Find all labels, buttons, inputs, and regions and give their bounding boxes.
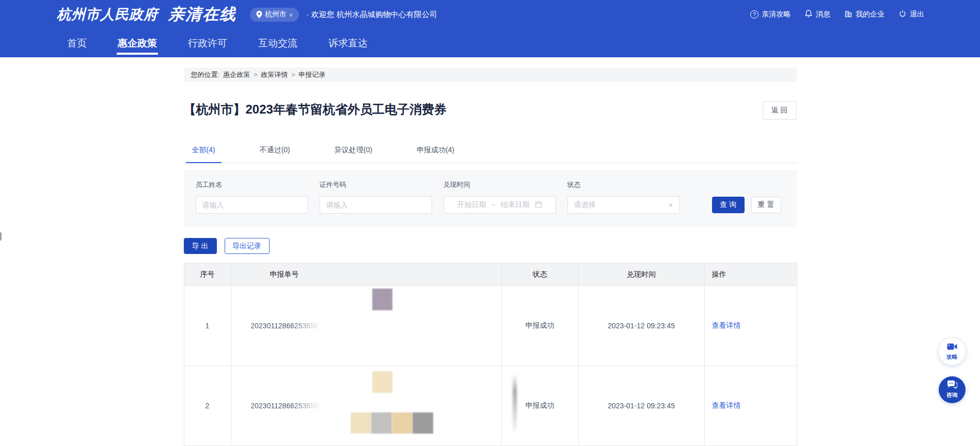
cell-order-no: 2023011286625365633 [231,366,501,446]
filter-actions: 查 询 重 置 [712,180,781,214]
table-row: 2 2023011286625365633 申报成功 2023-01-12 09… [184,366,797,446]
breadcrumb-separator: > [291,71,295,78]
tab-rejected[interactable]: 不通过(0) [254,146,296,163]
redaction-block [351,412,371,434]
breadcrumb: 您的位置: 惠企政策 > 政策详情 > 申报记录 [184,68,797,82]
export-button[interactable]: 导 出 [184,238,217,254]
breadcrumb-prefix: 您的位置: [191,70,220,79]
status-select[interactable]: 请选择 ∨ [567,196,680,214]
building-icon [844,9,852,20]
nav-item-enterprise-policy[interactable]: 惠企政策 [118,29,157,57]
consult-float-button[interactable]: 咨询 [939,376,966,403]
redeem-time-label: 兑现时间 [444,180,556,189]
page-head: 【杭州市】2023年春节留杭省外员工电子消费券 返 回 [184,101,797,120]
guide-link-label: 亲清攻略 [762,10,791,19]
breadcrumb-item-current: 申报记录 [298,70,325,79]
edge-artifact [0,232,2,241]
order-no-text: 2023011286625365677 [251,322,327,330]
export-records-button[interactable]: 导出记录 [225,238,270,254]
id-number-input[interactable] [320,196,432,214]
nav-item-appeal[interactable]: 诉求直达 [328,29,368,57]
guide-float-label: 攻略 [946,353,958,361]
date-range-picker[interactable]: 开始日期 ~ 结束日期 [444,196,556,214]
gov-logo: 杭州市人民政府 [57,5,158,24]
calendar-icon [535,201,542,210]
col-header-action: 操作 [704,263,797,286]
employee-name-label: 员工姓名 [196,180,308,189]
start-date-placeholder: 开始日期 [457,200,486,210]
table-row: 1 2023011286625365677 申报成功 2023-01-12 09… [184,286,797,366]
brand-logo: 亲清在线 [168,4,236,25]
tab-objection[interactable]: 异议处理(0) [328,146,378,163]
messages-link-label: 消息 [816,10,830,19]
redaction-block [392,412,413,434]
filter-panel: 员工姓名 证件号码 兑现时间 开始日期 ~ 结束日期 状态 请选择 ∨ [184,170,797,227]
guide-float-button[interactable]: 攻略 [939,338,966,365]
nav-item-interaction[interactable]: 互动交流 [258,29,297,57]
header-top-bar: 杭州市人民政府 亲清在线 杭州市 ∨ · 欢迎您 杭州水晶城购物中心有限公司 ?… [0,0,980,29]
cell-seq: 1 [184,286,231,366]
id-number-field: 证件号码 [320,180,432,214]
tab-all[interactable]: 全部(4) [186,146,222,163]
col-header-order-no: 申报单号 [231,263,501,286]
nav-item-admin-permit[interactable]: 行政许可 [188,29,227,57]
order-no-text: 2023011286625365633 [251,402,327,410]
status-tabs: 全部(4) 不通过(0) 异议处理(0) 申报成功(4) [184,146,797,163]
view-detail-link[interactable]: 查看详情 [712,401,741,409]
redaction-block [371,412,392,434]
back-button[interactable]: 返 回 [763,101,797,120]
chat-icon [947,380,957,391]
tab-success[interactable]: 申报成功(4) [410,146,461,163]
cell-seq: 2 [184,366,231,446]
date-range-separator: ~ [491,201,495,209]
employee-name-input[interactable] [196,196,308,214]
status-label: 状态 [567,180,680,189]
messages-link[interactable]: 消息 [804,9,830,20]
site-header: 杭州市人民政府 亲清在线 杭州市 ∨ · 欢迎您 杭州水晶城购物中心有限公司 ?… [0,0,980,57]
records-table: 序号 申报单号 状态 兑现时间 操作 1 2023011286625365677… [184,263,797,446]
search-button[interactable]: 查 询 [712,197,745,213]
cell-redeem-time: 2023-01-12 09:23:45 [578,286,704,366]
main-nav: 首页 惠企政策 行政许可 互动交流 诉求直达 [0,29,980,57]
logout-link-label: 退出 [910,10,924,19]
location-selector[interactable]: 杭州市 ∨ [250,8,299,22]
col-header-status: 状态 [501,263,578,286]
guide-link[interactable]: ? 亲清攻略 [750,10,791,19]
welcome-text: · 欢迎您 杭州水晶城购物中心有限公司 [306,10,437,20]
my-company-link[interactable]: 我的企业 [844,9,884,20]
status-select-placeholder: 请选择 [574,200,596,210]
nav-item-home[interactable]: 首页 [67,29,87,57]
export-toolbar: 导 出 导出记录 [184,238,797,254]
status-field: 状态 请选择 ∨ [567,180,680,214]
id-number-label: 证件号码 [320,180,432,189]
chevron-down-icon: ∨ [289,12,293,18]
col-header-redeem-time: 兑现时间 [578,263,704,286]
power-icon [898,9,907,20]
question-circle-icon: ? [750,10,758,19]
bell-icon [804,9,813,20]
redeem-time-field: 兑现时间 开始日期 ~ 结束日期 [444,180,556,214]
consult-float-label: 咨询 [946,391,958,399]
breadcrumb-separator: > [254,71,257,78]
redaction-block [372,289,392,310]
chevron-down-icon: ∨ [669,201,673,209]
content-container: 您的位置: 惠企政策 > 政策详情 > 申报记录 【杭州市】2023年春节留杭省… [184,68,797,446]
location-label: 杭州市 [265,10,287,19]
video-camera-icon [947,343,957,353]
redaction-block [372,371,392,393]
location-pin-icon [256,11,262,18]
page-title: 【杭州市】2023年春节留杭省外员工电子消费券 [184,101,447,118]
view-detail-link[interactable]: 查看详情 [712,321,741,329]
cell-status: 申报成功 [501,286,578,366]
my-company-link-label: 我的企业 [856,10,884,19]
breadcrumb-item-policy-detail[interactable]: 政策详情 [261,70,288,79]
col-header-seq: 序号 [184,263,231,286]
breadcrumb-item-policy[interactable]: 惠企政策 [223,70,250,79]
table-header-row: 序号 申报单号 状态 兑现时间 操作 [184,263,797,286]
cell-order-no: 2023011286625365677 [231,286,501,366]
header-links: ? 亲清攻略 消息 我的企业 退出 [750,9,924,20]
logout-link[interactable]: 退出 [898,9,924,20]
reset-button[interactable]: 重 置 [751,197,781,213]
redaction-smudge [513,374,517,431]
employee-name-field: 员工姓名 [196,180,308,214]
